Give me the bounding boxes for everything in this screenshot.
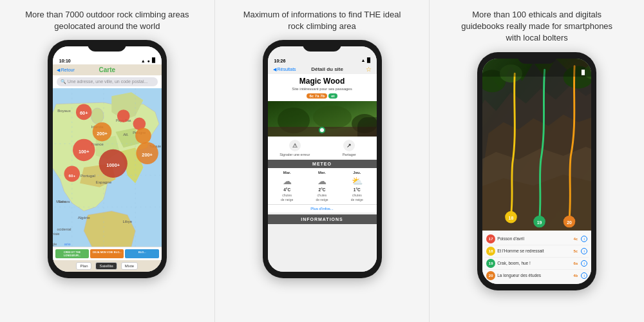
detail-content: Magic Wood Site intéressant pour ses pas…: [268, 74, 377, 272]
svg-text:Google: Google: [53, 242, 57, 246]
svg-point-43: [313, 106, 352, 129]
status-time-1: 10:10: [59, 59, 71, 63]
svg-text:19: 19: [537, 220, 542, 224]
tag-green: et: [328, 93, 337, 99]
route-grade-20: 4b: [573, 274, 578, 278]
panel-1-title: More than 7000 outdoor rock climbing are…: [23, 9, 191, 32]
status-icons-1: ▲ ● ▉: [141, 58, 155, 63]
search-bar: 🔍 Une adresse, une ville, un code postal…: [53, 75, 162, 88]
svg-text:Algérie: Algérie: [77, 215, 90, 220]
phone-3-screen: ▉: [482, 59, 591, 284]
favorite-icon[interactable]: ☆: [366, 66, 372, 73]
route-grade-17: 4c: [573, 237, 578, 241]
info-header: INFORMATIONS: [268, 214, 377, 224]
search-input-1[interactable]: 🔍 Une adresse, une ville, un code postal…: [57, 77, 158, 86]
day-3-icon: ⛅: [352, 176, 363, 186]
btn-green[interactable]: CREE ET THE LONGUEUR...: [55, 249, 89, 258]
svg-point-28: [117, 110, 130, 123]
action-report[interactable]: ⚠ Signaler une erreur: [268, 140, 323, 156]
day-2-name: Mer.: [318, 171, 326, 175]
phone-1-navbar: ◀ Retour Carte: [53, 64, 162, 75]
svg-point-1: [91, 108, 104, 124]
back-button-1[interactable]: ◀ Retour: [57, 68, 75, 73]
phone-3: ▉: [477, 52, 596, 290]
day-2: Mer. ☁ 2°C chutesde neige: [305, 171, 339, 202]
route-num-17: 17: [486, 234, 495, 243]
day-2-desc: chutesde neige: [316, 193, 328, 202]
photo-overlay: [357, 117, 377, 137]
info-icon-19[interactable]: i: [581, 260, 587, 267]
route-list: 17 Poisson d'avril 4c i 18 Et l'Homme se…: [482, 231, 591, 284]
share-icon: ↗: [343, 140, 355, 151]
battery-icon-3: ▉: [582, 70, 585, 75]
route-grade-18: 5c: [573, 249, 578, 253]
svg-text:Maroc: Maroc: [56, 200, 66, 204]
day-1: Mar. ☁ 4°C chutesde neige: [270, 171, 304, 202]
svg-text:60+: 60+: [68, 173, 75, 178]
map-view[interactable]: Irlanda France Portugal Espagne Sahara A…: [53, 88, 162, 247]
day-3-name: Jeu.: [353, 171, 361, 175]
svg-text:arie: arie: [64, 242, 71, 246]
info-icon-17[interactable]: i: [581, 236, 587, 242]
climbing-photo: ▉: [482, 59, 591, 231]
signal-icon: ▲: [141, 59, 146, 63]
svg-text:18: 18: [509, 215, 514, 220]
report-icon: ⚠: [289, 140, 301, 151]
svg-text:Libye: Libye: [122, 219, 132, 223]
route-item-17: 17 Poisson d'avril 4c i: [485, 233, 589, 245]
panel-2-title: Maximum of informations to find THE idea…: [238, 9, 406, 32]
wifi-icon: ●: [147, 59, 150, 63]
svg-text:200+: 200+: [142, 152, 153, 158]
svg-text:100+: 100+: [79, 149, 90, 155]
day-2-icon: ☁: [317, 176, 327, 186]
phone-2-navbar: ◀ Résultats Détail du site ☆: [268, 64, 377, 74]
meteo-days: Mar. ☁ 4°C chutesde neige Mer. ☁ 2°C chu…: [268, 168, 377, 204]
btn-blue[interactable]: BLO...: [125, 249, 158, 258]
route-item-18: 18 Et l'Homme se redressait 5c i: [485, 245, 589, 258]
route-name-18: Et l'Homme se redressait: [497, 249, 571, 253]
info-icon-18[interactable]: i: [581, 248, 587, 254]
more-info-link[interactable]: Plus d'infos...: [268, 204, 377, 213]
status-time-2: 10:26: [274, 59, 286, 63]
site-subtitle: Site intéressant pour ses passages: [268, 87, 377, 92]
site-photo: [268, 101, 377, 137]
svg-text:All.: All.: [123, 132, 129, 137]
svg-point-32: [135, 128, 151, 144]
map-btn-satellite[interactable]: Satellite: [95, 262, 117, 270]
svg-text:1000+: 1000+: [106, 162, 120, 168]
svg-text:Portugal: Portugal: [80, 173, 95, 178]
day-1-temp: 4°C: [283, 187, 290, 192]
panel-3-title: More than 100 ethicals and digitals guid…: [453, 9, 621, 44]
route-name-19: Crak, boom, hue !: [497, 261, 571, 265]
route-grade-19: 6a: [573, 261, 578, 265]
site-name: Magic Wood: [268, 74, 377, 87]
day-3: Jeu. ⛅ 1°C chutesde neige: [340, 171, 374, 202]
map-controls: Plan Satellite Mixte: [53, 260, 162, 272]
info-icon-20[interactable]: i: [581, 272, 587, 279]
bottom-buttons: CREE ET THE LONGUEUR... DEJA MON VOIE BL…: [53, 247, 162, 260]
action-share[interactable]: ↗ Partager: [322, 140, 377, 156]
day-2-temp: 2°C: [319, 187, 326, 192]
route-item-20: 20 La longueur des études 4b i: [485, 270, 589, 281]
phone-1-screen: 10:10 ▲ ● ▉ ◀ Retour Carte 🔍 Une adresse…: [53, 46, 162, 272]
phone-2-screen: 10:26 ▲ ▉ ◀ Résultats Détail du site ☆ M…: [268, 46, 377, 272]
map-btn-plan[interactable]: Plan: [76, 262, 91, 270]
route-num-19: 19: [486, 259, 495, 268]
svg-text:Tunisie: Tunisie: [53, 232, 59, 236]
svg-text:20: 20: [567, 220, 572, 224]
route-name-20: La longueur des études: [497, 273, 571, 278]
battery-icon-2: ▉: [367, 58, 370, 62]
panel-map: More than 7000 outdoor rock climbing are…: [0, 0, 215, 322]
action-report-label: Signaler une erreur: [279, 153, 310, 156]
meteo-header: METEO: [268, 160, 377, 168]
navbar-title-1: Carte: [99, 66, 116, 73]
map-btn-mixte[interactable]: Mixte: [121, 262, 138, 270]
site-actions: ⚠ Signaler une erreur ↗ Partager: [268, 137, 377, 160]
route-name-17: Poisson d'avril: [497, 236, 571, 241]
svg-text:200+: 200+: [97, 131, 108, 137]
btn-orange[interactable]: DEJA MON VOIE BLO...: [90, 249, 124, 258]
day-1-name: Mar.: [283, 171, 291, 175]
route-num-20: 20: [486, 271, 495, 280]
signal-icon-2: ▲: [361, 58, 366, 62]
panel-detail: Maximum of informations to find THE idea…: [215, 0, 430, 322]
